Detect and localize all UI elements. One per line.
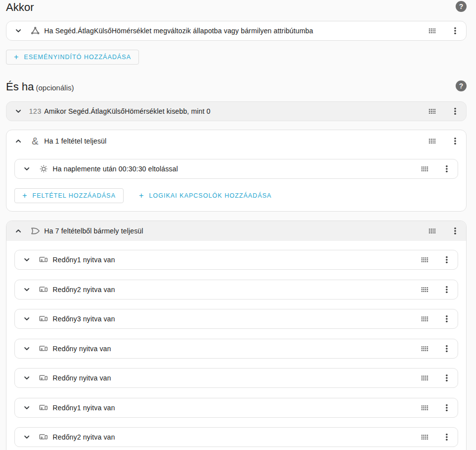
sun-condition-label: Ha naplemente után 00:30:30 eltolással <box>53 165 178 173</box>
device-condition-row[interactable]: Redőny nyitva van <box>15 369 458 387</box>
numeric-condition-label: Amikor Segéd.ÁtlagKülsőHömérséklet kiseb… <box>44 107 210 115</box>
device-condition-row[interactable]: Redőny1 nyitva van <box>15 398 458 417</box>
or-block-children: Redőny1 nyitva van Redőny2 nyitva van <box>6 241 466 450</box>
add-logic-button[interactable]: + LOGIKAI KAPCSOLÓK HOZZÁADÁSA <box>132 188 279 203</box>
chevron-down-icon[interactable] <box>20 430 34 444</box>
drag-handle-icon[interactable] <box>418 253 432 267</box>
devices-icon <box>38 372 50 384</box>
kebab-menu-icon[interactable] <box>448 24 462 38</box>
and-block-header-row[interactable]: & Ha 1 feltétel teljesül <box>6 130 466 152</box>
chevron-up-icon[interactable] <box>11 224 25 238</box>
andif-section-header: És ha(opcionális) ? <box>6 80 467 93</box>
kebab-menu-icon[interactable] <box>440 430 454 444</box>
device-condition-card: Redőny2 nyitva van <box>14 280 458 300</box>
kebab-menu-icon[interactable] <box>440 371 454 385</box>
andif-optional-suffix: (opcionális) <box>36 83 74 92</box>
plus-icon: + <box>14 53 19 61</box>
ampersand-icon: & <box>29 135 41 147</box>
state-machine-icon <box>29 25 41 37</box>
numeric-condition-card: 123 Amikor Segéd.ÁtlagKülsőHömérséklet k… <box>6 101 467 121</box>
device-condition-row[interactable]: Redőny2 nyitva van <box>15 428 458 447</box>
chevron-down-icon[interactable] <box>20 253 34 267</box>
add-trigger-label: ESEMÉNYINDÍTÓ HOZZÁADÁSA <box>24 54 131 61</box>
chevron-down-icon[interactable] <box>20 312 34 326</box>
device-condition-card: Redőny nyitva van <box>14 368 458 388</box>
drag-handle-icon[interactable] <box>418 312 432 326</box>
devices-icon <box>38 343 50 355</box>
sun-condition-row[interactable]: Ha naplemente után 00:30:30 eltolással <box>15 159 458 178</box>
kebab-menu-icon[interactable] <box>448 134 462 148</box>
devices-icon <box>38 284 50 296</box>
devices-icon <box>38 402 50 414</box>
then-section-title: Akkor <box>6 1 34 14</box>
chevron-down-icon[interactable] <box>20 342 34 356</box>
and-block-card: & Ha 1 feltétel teljesül <box>6 130 467 212</box>
devices-icon <box>38 431 50 443</box>
chevron-down-icon[interactable] <box>20 401 34 415</box>
device-condition-label: Redőny nyitva van <box>53 345 111 353</box>
sun-icon <box>38 163 50 175</box>
drag-handle-icon[interactable] <box>418 342 432 356</box>
and-block-header-label: Ha 1 feltétel teljesül <box>44 137 106 145</box>
numeric-123-icon: 123 <box>29 105 41 117</box>
drag-handle-icon[interactable] <box>418 283 432 297</box>
kebab-menu-icon[interactable] <box>448 104 462 118</box>
plus-icon: + <box>22 192 27 200</box>
kebab-menu-icon[interactable] <box>440 283 454 297</box>
kebab-menu-icon[interactable] <box>440 162 454 176</box>
devices-icon <box>38 313 50 325</box>
drag-handle-icon[interactable] <box>425 104 439 118</box>
drag-handle-icon[interactable] <box>418 401 432 415</box>
device-condition-label: Redőny1 nyitva van <box>53 256 115 264</box>
drag-handle-icon[interactable] <box>418 371 432 385</box>
device-condition-row[interactable]: Redőny1 nyitva van <box>15 250 458 269</box>
or-block-header-label: Ha 7 feltételből bármely teljesül <box>44 227 143 235</box>
add-condition-button[interactable]: + FELTÉTEL HOZZÁADÁSA <box>14 188 124 203</box>
device-condition-label: Redőny3 nyitva van <box>53 315 115 323</box>
drag-handle-icon[interactable] <box>418 162 432 176</box>
chevron-down-icon[interactable] <box>20 162 34 176</box>
numeric-condition-row[interactable]: 123 Amikor Segéd.ÁtlagKülsőHömérséklet k… <box>6 102 466 121</box>
chevron-up-icon[interactable] <box>11 134 25 148</box>
add-logic-label: LOGIKAI KAPCSOLÓK HOZZÁADÁSA <box>149 192 272 199</box>
or-block-header-row[interactable]: Ha 7 feltételből bármely teljesül <box>6 221 466 241</box>
kebab-menu-icon[interactable] <box>440 342 454 356</box>
add-condition-label: FELTÉTEL HOZZÁADÁSA <box>32 192 116 199</box>
device-condition-row[interactable]: Redőny2 nyitva van <box>15 280 458 299</box>
plus-icon: + <box>139 192 144 200</box>
drag-handle-icon[interactable] <box>425 224 439 238</box>
kebab-menu-icon[interactable] <box>440 253 454 267</box>
device-condition-card: Redőny1 nyitva van <box>14 398 458 418</box>
drag-handle-icon[interactable] <box>418 430 432 444</box>
trigger-row[interactable]: Ha Segéd.ÁtlagKülsőHömérséklet megváltoz… <box>6 21 466 40</box>
chevron-down-icon[interactable] <box>20 371 34 385</box>
device-condition-label: Redőny2 nyitva van <box>53 433 115 441</box>
help-icon[interactable]: ? <box>456 80 467 91</box>
help-icon[interactable]: ? <box>456 1 467 12</box>
device-condition-row[interactable]: Redőny nyitva van <box>15 339 458 358</box>
or-block-card: Ha 7 feltételből bármely teljesül Redőny… <box>6 221 467 450</box>
device-condition-card: Redőny2 nyitva van <box>14 427 458 447</box>
chevron-down-icon[interactable] <box>11 104 25 118</box>
device-condition-label: Redőny nyitva van <box>53 374 111 382</box>
device-condition-card: Redőny3 nyitva van <box>14 309 458 329</box>
automation-editor: Akkor ? Ha Segéd.ÁtlagKülsőHömérséklet m… <box>0 0 476 450</box>
device-condition-row[interactable]: Redőny3 nyitva van <box>15 309 458 328</box>
device-condition-card: Redőny nyitva van <box>14 339 458 359</box>
device-condition-label: Redőny1 nyitva van <box>53 404 115 412</box>
kebab-menu-icon[interactable] <box>440 401 454 415</box>
chevron-down-icon[interactable] <box>11 24 25 38</box>
add-trigger-button[interactable]: + ESEMÉNYINDÍTÓ HOZZÁADÁSA <box>6 50 139 65</box>
device-condition-label: Redőny2 nyitva van <box>53 286 115 294</box>
drag-handle-icon[interactable] <box>425 134 439 148</box>
sun-condition-card: Ha naplemente után 00:30:30 eltolással <box>14 159 458 179</box>
trigger-card: Ha Segéd.ÁtlagKülsőHömérséklet megváltoz… <box>6 21 467 41</box>
andif-section-title: És ha(opcionális) <box>6 80 74 94</box>
kebab-menu-icon[interactable] <box>440 312 454 326</box>
drag-handle-icon[interactable] <box>425 24 439 38</box>
kebab-menu-icon[interactable] <box>448 224 462 238</box>
devices-icon <box>38 254 50 266</box>
gate-or-icon <box>29 225 41 237</box>
trigger-label: Ha Segéd.ÁtlagKülsőHömérséklet megváltoz… <box>44 27 313 35</box>
chevron-down-icon[interactable] <box>20 283 34 297</box>
